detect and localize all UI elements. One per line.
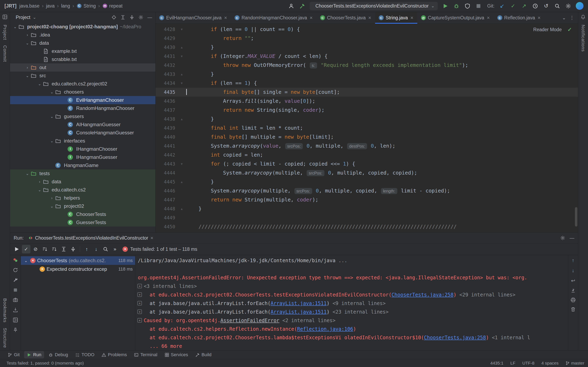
chevron-right-icon[interactable]: › (36, 179, 43, 184)
expand-all-icon[interactable] (121, 15, 125, 20)
chevron-down-icon[interactable]: ⌄ (24, 41, 31, 45)
hidden-tabs-icon[interactable]: ⌄ (562, 15, 566, 21)
tree-item-data[interactable]: ›data (10, 178, 155, 186)
run-tab[interactable]: ChooserTests.testExceptionsViolatedInEvi… (26, 233, 156, 243)
previous-failed-test-icon[interactable]: ↑ (82, 245, 91, 253)
scroll-to-bottom-icon[interactable]: ↓ (572, 268, 574, 273)
snapshot-icon[interactable] (13, 298, 18, 303)
caret-position[interactable]: 4435:1 (490, 361, 503, 366)
next-failed-test-icon[interactable]: ↓ (92, 245, 100, 253)
chevron-down-icon[interactable]: ⌄ (48, 204, 55, 209)
stacktrace-link[interactable]: ArrayList.java:1511 (270, 300, 327, 306)
show-ignored-toggle[interactable]: ⊘ (31, 245, 40, 253)
tab-choosertests-java[interactable]: CChooserTests.java✕ (316, 12, 375, 24)
test-node-choosertests[interactable]: ⌄✕ChooserTests(edu.caltech.cs2.118 ms (21, 256, 135, 265)
breadcrumb-lang[interactable]: lang (61, 3, 70, 9)
expand-all-icon[interactable] (60, 245, 68, 253)
stripe-bookmarks[interactable]: Bookmarks (2, 298, 8, 323)
toolwindow-terminal[interactable]: Terminal (131, 351, 160, 359)
show-passed-toggle[interactable]: ✓ (22, 245, 30, 253)
stacktrace-link[interactable]: AssertionFailedError (221, 318, 279, 323)
tree-item-project02-choang-project02-hangman[interactable]: ⌄project02-choang [project02-hangman]~/I… (10, 23, 155, 31)
fold-down-icon[interactable]: ▼ (177, 52, 186, 61)
tree-item-project02[interactable]: ⌄project02 (10, 202, 155, 210)
sort-by-duration-icon[interactable] (50, 245, 59, 253)
rerun-auto-icon[interactable] (13, 267, 18, 273)
close-icon[interactable]: ✕ (368, 16, 371, 20)
close-icon[interactable]: ✕ (537, 16, 541, 20)
tree-item-hangmangame[interactable]: CHangmanGame (10, 161, 155, 169)
settings-button[interactable] (565, 2, 572, 9)
fold-up-icon[interactable]: ▲ (177, 70, 186, 79)
fold-down-icon[interactable]: ▼ (177, 79, 186, 88)
tab-randomhangmanchooser-java[interactable]: CRandomHangmanChooser.java✕ (231, 12, 316, 24)
git-branch[interactable]: master (566, 361, 584, 366)
tree-item-out[interactable]: ›out (10, 63, 155, 72)
tab-reflection-java[interactable]: CReflection.java✕ (494, 12, 545, 24)
breadcrumb-java[interactable]: java (46, 3, 54, 9)
clear-console-icon[interactable] (571, 307, 576, 312)
rollback-button[interactable]: ↺ (543, 2, 550, 9)
stacktrace-link[interactable]: ArrayList.java:1511 (270, 309, 327, 315)
breadcrumb-repeat[interactable]: mrepeat (102, 3, 122, 9)
pin-tab-icon[interactable] (13, 327, 18, 333)
chevron-down-icon[interactable]: ⌄ (36, 188, 43, 192)
tab-evilhangmanchooser-java[interactable]: CEvilHangmanChooser.java✕ (156, 12, 231, 24)
user-icon[interactable] (288, 2, 295, 9)
fold-down-icon[interactable]: ▼ (177, 159, 186, 168)
fold-up-icon[interactable]: ▲ (177, 177, 186, 186)
close-icon[interactable]: ✕ (410, 16, 414, 20)
toolwindow-services[interactable]: Services (162, 351, 191, 359)
tree-item-choosertests[interactable]: CChooserTests (10, 210, 155, 218)
chevron-down-icon[interactable]: ⌄ (33, 15, 36, 20)
more-actions-icon[interactable]: » (111, 245, 119, 253)
breadcrumb-string[interactable]: CString (77, 3, 96, 9)
close-icon[interactable]: ✕ (487, 16, 490, 20)
tree-item-evilhangmanchooser[interactable]: CEvilHangmanChooser (10, 96, 155, 104)
project-panel-title[interactable]: Project (16, 15, 30, 20)
inspections-ok-icon[interactable]: ✓ (567, 26, 572, 33)
import-test-results-icon[interactable] (13, 308, 18, 313)
close-icon[interactable]: ✕ (150, 236, 154, 240)
scroll-to-top-icon[interactable]: ↑ (572, 258, 574, 263)
stripe-project[interactable]: Project (2, 25, 8, 40)
run-config-selector[interactable]: ChooserTests.testExceptionsViolatedInEvi… (310, 2, 438, 10)
stacktrace-link[interactable]: ChooserTests.java:258 (424, 335, 486, 341)
fold-down-icon[interactable]: ▼ (177, 25, 186, 34)
soft-wrap-icon[interactable]: ↩ (571, 278, 575, 284)
git-update-button[interactable]: ↙ (499, 2, 506, 9)
hide-panel-icon[interactable]: — (147, 15, 152, 20)
fold-expand-icon[interactable]: + (138, 309, 142, 314)
build-project-button[interactable] (299, 2, 306, 9)
tree-item-helpers[interactable]: ›helpers (10, 194, 155, 202)
test-node-expected-constructor-excep[interactable]: ✕Expected constructor excep118 ms (21, 265, 135, 273)
file-encoding[interactable]: UTF-8 (522, 361, 535, 366)
select-opened-file-icon[interactable] (112, 15, 116, 20)
toolwindow-git[interactable]: Git (5, 351, 22, 359)
tree-item-choosers[interactable]: ⌄choosers (10, 88, 155, 96)
breadcrumb-java-base[interactable]: java.base (19, 3, 39, 9)
tree-item-example-txt[interactable]: example.txt (10, 47, 155, 55)
history-button[interactable] (532, 2, 539, 9)
chevron-down-icon[interactable]: ⌄ (24, 73, 31, 78)
coverage-icon[interactable] (13, 258, 18, 263)
sort-alphabetically-icon[interactable] (41, 245, 49, 253)
rerun-button[interactable] (12, 245, 21, 253)
chevron-down-icon[interactable]: ⌄ (48, 114, 55, 119)
close-icon[interactable]: ✕ (310, 16, 313, 20)
status-message[interactable]: Tests failed: 1, passed: 0 (moments ago) (7, 361, 84, 366)
reader-mode-label[interactable]: Reader Mode (533, 27, 562, 33)
collapse-all-icon[interactable] (69, 245, 77, 253)
chevron-down-icon[interactable]: ⌄ (24, 171, 31, 176)
fold-up-icon[interactable]: ▲ (177, 115, 186, 124)
fold-expand-icon[interactable]: + (138, 301, 142, 305)
tree-item-scrabble-txt[interactable]: scrabble.txt (10, 55, 155, 63)
debug-button[interactable] (453, 2, 460, 9)
line-separator[interactable]: LF (510, 361, 516, 366)
indent-style[interactable]: 4 spaces (541, 361, 559, 366)
chevron-right-icon[interactable]: › (48, 196, 55, 200)
chevron-down-icon[interactable]: ⌄ (12, 25, 18, 29)
hide-run-panel-icon[interactable]: — (570, 235, 574, 241)
chevron-down-icon[interactable]: ⌄ (48, 139, 55, 143)
project-stripe-icon[interactable] (2, 15, 7, 19)
